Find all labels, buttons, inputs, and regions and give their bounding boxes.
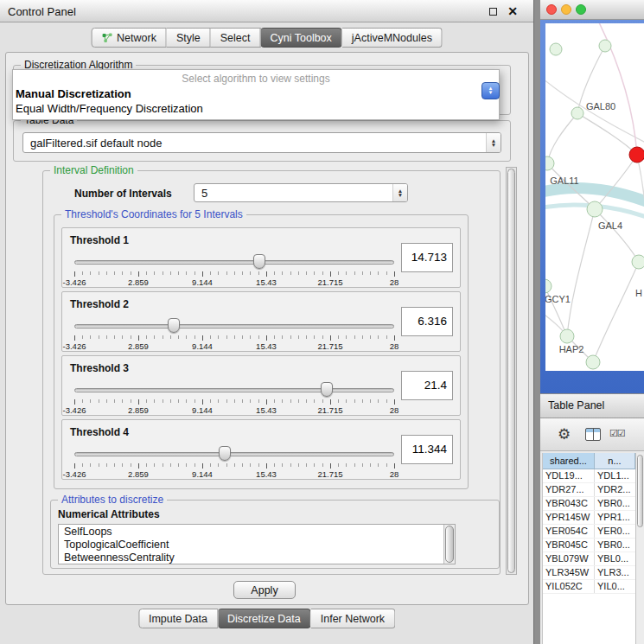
slider-tick-labels: -3.4262.8599.14415.4321.71528 [74, 405, 394, 414]
network-node-highlighted[interactable] [629, 147, 644, 163]
tab-discretize-data[interactable]: Discretize Data [218, 609, 311, 628]
network-node[interactable] [586, 355, 600, 369]
attribute-item-selfloops[interactable]: SelfLoops [59, 526, 443, 539]
control-panel-titlebar: Control Panel ✕ [0, 0, 533, 22]
table-body: YDL19...YDL1...YDR27...YDR2...YBR043CYBR… [543, 469, 635, 594]
network-edge[interactable] [567, 209, 595, 336]
threshold-value-field[interactable]: 14.713 [401, 243, 453, 272]
table-row[interactable]: YPR145WYPR1... [543, 511, 635, 525]
control-panel-content: Discretization Algorithm Table Data galF… [5, 52, 529, 605]
algorithm-combo-arrows[interactable]: ▲ ▼ [481, 82, 500, 99]
tab-cyni-toolbox[interactable]: Cyni Toolbox [260, 28, 341, 48]
threshold-label: Threshold 3 [70, 362, 129, 374]
table-scrollbar[interactable] [635, 453, 644, 644]
slider-tick-marks [74, 335, 394, 339]
threshold-value-field[interactable]: 11.344 [401, 435, 453, 464]
columns-icon[interactable] [585, 428, 601, 441]
arrow-down-glyph: ▼ [488, 91, 494, 95]
panel-scrollbar[interactable] [506, 167, 517, 575]
major-tick [138, 463, 139, 469]
minimize-traffic-light-icon[interactable] [561, 4, 571, 15]
slider-thumb[interactable] [253, 254, 265, 269]
major-tick [394, 335, 395, 341]
network-node[interactable] [599, 40, 611, 52]
slider-tick-labels: -3.4262.8599.14415.4321.71528 [74, 469, 394, 478]
threshold-slider[interactable]: -3.4262.8599.14415.4321.71528 [74, 316, 394, 351]
table-cell: YBR043C [543, 497, 595, 510]
list-scrollbar[interactable] [443, 525, 455, 564]
network-node[interactable] [632, 255, 644, 269]
major-tick [330, 463, 331, 469]
tick-label: 2.859 [128, 469, 149, 479]
threshold-value-field[interactable]: 6.316 [401, 307, 453, 336]
column-header-2[interactable]: n... [595, 453, 635, 469]
table-row[interactable]: YDR27...YDR2... [543, 483, 635, 497]
network-graph: GAL80GAL11GAL4GCY1HAP2H [545, 23, 644, 371]
table-data-combobox[interactable]: galFiltered.sif default node ▲ ▼ [22, 132, 501, 153]
network-node[interactable] [545, 156, 554, 170]
float-window-icon[interactable] [489, 8, 497, 16]
tick-label: 9.144 [192, 277, 213, 287]
tick-label: 15.43 [256, 341, 277, 351]
slider-thumb[interactable] [219, 446, 231, 461]
algorithm-option-manual-discretization[interactable]: Manual Discretization [13, 87, 499, 102]
window-title: Control Panel [8, 5, 76, 18]
network-icon [101, 33, 112, 43]
network-edge[interactable] [593, 262, 639, 362]
thresholds-group: Threshold's Coordinates for 5 Intervals … [54, 214, 469, 489]
close-traffic-light-icon[interactable] [546, 4, 557, 15]
table-cell: YIL052C [543, 580, 595, 593]
attribute-item-betweennesscentrality[interactable]: BetweennessCentrality [59, 552, 443, 564]
slider-tick-labels: -3.4262.8599.14415.4321.71528 [74, 341, 394, 350]
table-row[interactable]: YBR043CYBR0... [543, 497, 635, 511]
threshold-slider[interactable]: -3.4262.8599.14415.4321.71528 [74, 444, 394, 479]
zoom-traffic-light-icon[interactable] [576, 4, 586, 15]
attribute-item-topologicalcoefficient[interactable]: TopologicalCoefficient [59, 539, 443, 552]
tab-infer-network[interactable]: Infer Network [311, 609, 395, 628]
network-edge[interactable] [545, 188, 644, 203]
table-cell: YDR27... [543, 483, 595, 496]
apply-button[interactable]: Apply [233, 581, 296, 599]
major-tick [138, 335, 139, 341]
tab-style[interactable]: Style [167, 28, 211, 48]
tab-network[interactable]: Network [91, 28, 167, 48]
tab-select[interactable]: Select [211, 28, 261, 48]
table-row[interactable]: YIL052CYIL0... [543, 580, 635, 594]
tab-impute-data[interactable]: Impute Data [138, 609, 218, 628]
num-intervals-value: 5 [194, 187, 392, 200]
network-edge[interactable] [547, 113, 577, 163]
network-node[interactable] [545, 279, 552, 293]
table-row[interactable]: YDL19...YDL1... [543, 469, 635, 483]
network-node[interactable] [550, 43, 562, 55]
table-row[interactable]: YBL079WYBL0... [543, 552, 635, 566]
gear-icon[interactable]: ⚙ [558, 425, 571, 443]
major-tick [202, 399, 203, 405]
column-header-1[interactable]: shared... [543, 453, 595, 469]
threshold-slider[interactable]: -3.4262.8599.14415.4321.71528 [74, 252, 394, 287]
threshold-slider[interactable]: -3.4262.8599.14415.4321.71528 [74, 380, 394, 415]
table-row[interactable]: YER054CYER0... [543, 525, 635, 539]
major-tick [394, 399, 395, 405]
table-data-combobox-value: galFiltered.sif default node [23, 137, 486, 150]
tab-jactivemnodules[interactable]: jActiveMNodules [342, 28, 443, 48]
table-scrollbar-thumb[interactable] [637, 455, 643, 527]
table-row[interactable]: YBR045CYBR0... [543, 539, 635, 552]
network-edge[interactable] [595, 209, 639, 262]
arrow-down-glyph: ▼ [491, 143, 496, 147]
top-tab-bar: NetworkStyleSelectCyni ToolboxjActiveMNo… [91, 28, 443, 48]
close-icon[interactable]: ✕ [507, 3, 518, 19]
list-scrollbar-thumb[interactable] [445, 526, 454, 563]
network-canvas[interactable]: GAL80GAL11GAL4GCY1HAP2H [545, 23, 644, 371]
tick-label: 2.859 [128, 341, 149, 351]
slider-thumb[interactable] [321, 382, 333, 397]
panel-scrollbar-thumb[interactable] [507, 169, 515, 573]
network-node[interactable] [560, 329, 574, 343]
algorithm-option-equal-width-frequency-discretization[interactable]: Equal Width/Frequency Discretization [13, 102, 499, 117]
slider-thumb[interactable] [168, 318, 180, 333]
network-node[interactable] [587, 201, 603, 217]
network-node[interactable] [571, 107, 583, 119]
num-intervals-combobox[interactable]: 5 ▲ ▼ [194, 183, 408, 202]
select-columns-checkbox-icons[interactable]: ☑☑ [609, 428, 625, 439]
threshold-value-field[interactable]: 21.4 [401, 371, 453, 400]
table-row[interactable]: YLR345WYLR3... [543, 566, 635, 580]
